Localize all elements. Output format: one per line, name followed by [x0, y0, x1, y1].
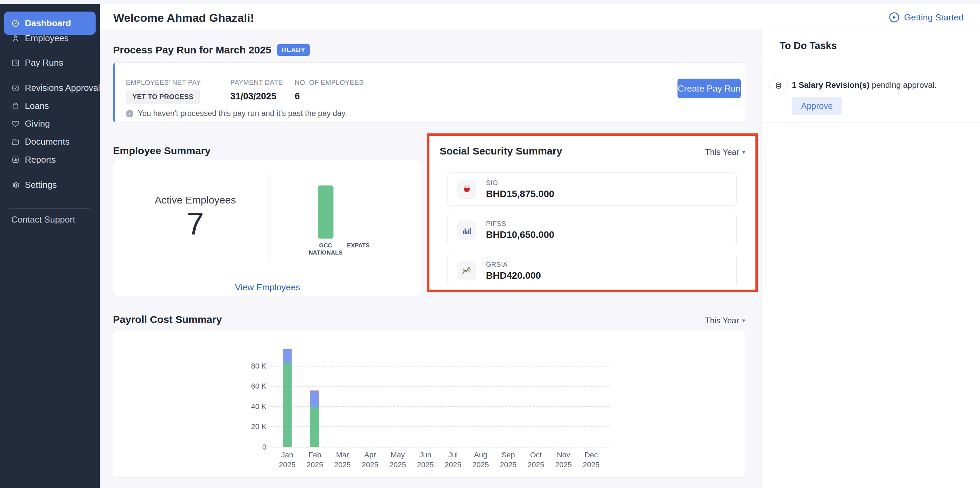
- payrun-card: EMPLOYEES' NET PAY YET TO PROCESS PAYMEN…: [113, 62, 745, 123]
- employee-summary-title: Employee Summary: [113, 145, 211, 157]
- salary-coins-icon: [769, 76, 788, 95]
- social-item-code: GRSIA: [486, 261, 508, 269]
- reports-icon: [11, 156, 20, 164]
- approve-button[interactable]: Approve: [792, 97, 842, 115]
- payroll-chart-plot: 020 K40 K60 K80 KJan2025Feb2025Mar2025Ap…: [113, 331, 745, 477]
- y-axis-tick-label: 80 K: [243, 362, 266, 370]
- y-axis-tick-label: 40 K: [243, 402, 266, 411]
- chart-gridline: [271, 447, 609, 448]
- chart-gridline: [271, 386, 609, 386]
- social-item-code: SIO: [486, 179, 498, 187]
- sidebar-item-label: Documents: [25, 137, 70, 147]
- bar-segment-pink: [310, 390, 319, 391]
- sidebar-item-giving[interactable]: Giving: [4, 115, 95, 132]
- employee-category-chart: GCC NATIONALSEXPATS: [268, 160, 422, 266]
- payrun-accent-bar: [113, 63, 115, 122]
- sidebar-item-employees[interactable]: Employees: [4, 29, 95, 47]
- social-item-amount: BHD10,650.000: [486, 229, 554, 240]
- employee-footer-divider: [119, 278, 415, 278]
- chart-gridline: [271, 426, 609, 427]
- sidebar-item-label: Reports: [25, 154, 56, 165]
- todo-bottom-divider: [762, 122, 980, 123]
- employees-icon: [11, 34, 20, 43]
- payrun-column-divider: [209, 76, 209, 108]
- create-pay-run-button[interactable]: Create Pay Run: [678, 79, 741, 99]
- sidebar-item-label: Dashboard: [25, 18, 71, 29]
- getting-started-link[interactable]: Getting Started: [888, 11, 964, 23]
- y-axis-tick-label: 60 K: [243, 382, 266, 391]
- payrun-note: i You haven't processed this pay run and…: [126, 109, 347, 118]
- play-circle-icon: [888, 11, 900, 23]
- active-employees-count: 7: [144, 206, 247, 242]
- contact-support-link[interactable]: Contact Support: [11, 215, 75, 225]
- todo-title: To Do Tasks: [780, 40, 837, 51]
- chevron-down-icon: ▾: [742, 148, 745, 156]
- todo-task-text: 1 Salary Revision(s) pending approval.: [792, 80, 937, 90]
- payroll-period-value: This Year: [705, 316, 739, 325]
- grsia-icon: [457, 261, 476, 280]
- pifss-icon: [457, 221, 476, 240]
- revisions-approval-icon: [11, 84, 20, 92]
- sidebar-item-label: Employees: [25, 33, 69, 44]
- y-axis-tick-label: 0: [243, 443, 266, 451]
- social-item-code: PIFSS: [486, 220, 506, 228]
- dashboard-icon: [11, 19, 20, 27]
- sidebar: Dashboard Employees Pay Runs Revisions A…: [0, 4, 100, 488]
- payroll-dashboard-page: Dashboard Employees Pay Runs Revisions A…: [0, 0, 980, 488]
- payment-date-value: 31/03/2025: [231, 91, 276, 102]
- chart-gridline: [271, 366, 609, 367]
- todo-header-divider: [762, 64, 980, 64]
- employee-summary-card: Active Employees 7 GCC NATIONALSEXPATS V…: [113, 160, 422, 296]
- bar-segment-blue: [310, 391, 319, 407]
- payment-date-label: PAYMENT DATE: [231, 79, 283, 86]
- sidebar-item-label: Loans: [25, 101, 49, 111]
- main-content: Process Pay Run for March 2025READY EMPL…: [100, 30, 762, 488]
- sidebar-item-pay-runs[interactable]: Pay Runs: [4, 54, 95, 72]
- todo-panel: To Do Tasks 1 Salary Revision(s) pending…: [762, 30, 980, 488]
- social-security-period-dropdown[interactable]: This Year ▾: [705, 147, 745, 157]
- social-item-amount: BHD15,875.000: [486, 189, 554, 199]
- y-axis-tick-label: 20 K: [243, 422, 266, 431]
- info-icon: i: [126, 110, 134, 118]
- social-security-title: Social Security Summary: [440, 145, 562, 157]
- employee-category-label: EXPATS: [334, 242, 382, 249]
- employee-bar-0: [318, 186, 334, 238]
- employee-count-value: 6: [295, 91, 300, 102]
- sidebar-item-reports[interactable]: Reports: [4, 151, 95, 168]
- sidebar-item-label: Giving: [25, 118, 50, 129]
- sidebar-item-settings[interactable]: Settings: [4, 176, 95, 194]
- sidebar-item-documents[interactable]: Documents: [4, 133, 95, 150]
- giving-icon: [11, 119, 20, 128]
- ready-badge: READY: [277, 44, 310, 56]
- x-axis-month-label: Dec2025: [572, 450, 610, 470]
- yet-to-process-chip: YET TO PROCESS: [126, 90, 200, 104]
- loans-icon: [11, 102, 20, 110]
- top-strip: [0, 0, 980, 4]
- social-security-period-value: This Year: [705, 147, 739, 157]
- social-security-item-grsia[interactable]: GRSIA BHD420.000: [447, 254, 737, 287]
- sidebar-item-label: Pay Runs: [25, 57, 63, 68]
- payrun-section-title: Process Pay Run for March 2025READY: [113, 44, 310, 56]
- bar-segment-blue: [283, 349, 292, 364]
- net-pay-label: EMPLOYEES' NET PAY: [126, 79, 201, 86]
- social-security-item-pifss[interactable]: PIFSS BHD10,650.000: [447, 213, 737, 246]
- payroll-cost-title: Payroll Cost Summary: [113, 314, 222, 325]
- chevron-down-icon: ▾: [742, 317, 745, 324]
- todo-task-rest: pending approval.: [869, 80, 937, 89]
- chart-gridline: [271, 406, 609, 407]
- page-header: Welcome Ahmad Ghazali! Getting Started: [100, 4, 980, 30]
- payrun-title-text: Process Pay Run for March 2025: [113, 44, 271, 56]
- getting-started-label: Getting Started: [904, 12, 964, 23]
- active-employees-label: Active Employees: [144, 194, 247, 206]
- pay-runs-icon: [11, 59, 20, 67]
- sidebar-item-loans[interactable]: Loans: [4, 97, 95, 115]
- todo-task-bold: 1 Salary Revision(s): [792, 80, 869, 89]
- social-security-item-sio[interactable]: SIO BHD15,875.000: [447, 172, 737, 205]
- social-security-card: SIO BHD15,875.000: [439, 162, 745, 288]
- sidebar-item-label: Revisions Approval: [25, 83, 100, 93]
- settings-icon: [11, 181, 20, 189]
- payroll-cost-card: 020 K40 K60 K80 KJan2025Feb2025Mar2025Ap…: [113, 330, 745, 478]
- view-employees-link[interactable]: View Employees: [235, 282, 300, 292]
- sidebar-item-revisions-approval[interactable]: Revisions Approval: [4, 79, 95, 97]
- payroll-period-dropdown[interactable]: This Year ▾: [705, 316, 745, 325]
